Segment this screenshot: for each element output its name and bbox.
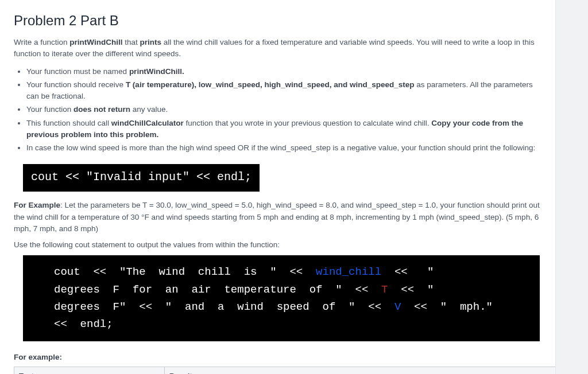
req-1b: printWindChill. bbox=[129, 67, 184, 76]
requirement-list: Your function must be named printWindChi… bbox=[14, 66, 541, 154]
c2-l3b: << " mph." bbox=[401, 301, 493, 313]
req-item-5: In case the low wind speed is more than … bbox=[26, 142, 541, 154]
req-item-3: Your function does not return any value. bbox=[26, 104, 541, 115]
req-item-2: Your function should receive T (air temp… bbox=[26, 79, 541, 103]
req-3b: does not return bbox=[74, 105, 130, 114]
req-4b: windChillCalculator bbox=[111, 119, 184, 127]
c2-l2a: degrees F for an air temperature of " << bbox=[54, 283, 381, 296]
problem-content: Problem 2 Part B Write a function printW… bbox=[0, 0, 556, 374]
col-test: Test bbox=[14, 367, 165, 374]
table-header-row: Test Result bbox=[14, 367, 556, 374]
intro-paragraph: Write a function printWindChill that pri… bbox=[14, 37, 541, 60]
c2-t-var: T bbox=[381, 283, 388, 296]
intro-fn-name: printWindChill bbox=[69, 38, 122, 46]
code-output-format: cout << "The wind chill is " << wind_chi… bbox=[23, 255, 540, 341]
req-2a: Your function should receive bbox=[26, 80, 126, 89]
req-4a: This function should call bbox=[26, 119, 111, 127]
table-label: For example: bbox=[14, 352, 541, 363]
c2-l3a: degrees F" << " and a wind speed of " << bbox=[54, 301, 394, 313]
req-3a: Your function bbox=[26, 105, 74, 114]
intro-mid: that bbox=[122, 38, 140, 46]
right-gutter bbox=[556, 0, 588, 374]
problem-title: Problem 2 Part B bbox=[14, 10, 541, 31]
c2-v-var: V bbox=[394, 301, 401, 313]
col-result: Result bbox=[164, 367, 556, 374]
c2-wind-chill-var: wind_chill bbox=[316, 266, 381, 278]
req-2b: T (air temperature), low_wind_speed, hig… bbox=[126, 80, 415, 89]
intro-prints: prints bbox=[140, 38, 161, 46]
example-lead: For Example: Let the parameters be T = 3… bbox=[14, 200, 541, 235]
c2-l2b: << " bbox=[388, 283, 434, 296]
use-cout-instruction: Use the following cout statement to outp… bbox=[14, 239, 541, 251]
c2-l1a: cout << "The wind chill is " << bbox=[54, 266, 316, 278]
example-table: Test Result printWindChill(30.0, 5.0, 8.… bbox=[14, 367, 556, 374]
c2-l4: << endl; bbox=[54, 318, 113, 330]
req-4c: function that you wrote in your previous… bbox=[184, 119, 432, 127]
c2-l1b: << " bbox=[381, 266, 434, 278]
code-invalid-input: cout << "Invalid input" << endl; bbox=[23, 164, 260, 192]
req-item-1: Your function must be named printWindChi… bbox=[26, 66, 541, 77]
req-3c: any value. bbox=[130, 105, 168, 114]
page-wrap: Problem 2 Part B Write a function printW… bbox=[0, 0, 588, 374]
req-1a: Your function must be named bbox=[26, 67, 129, 76]
example-lead-text: : Let the parameters be T = 30.0, low_wi… bbox=[14, 201, 540, 233]
req-item-4: This function should call windChillCalcu… bbox=[26, 118, 541, 141]
intro-prefix: Write a function bbox=[14, 38, 69, 46]
example-lead-bold: For Example bbox=[14, 201, 60, 209]
